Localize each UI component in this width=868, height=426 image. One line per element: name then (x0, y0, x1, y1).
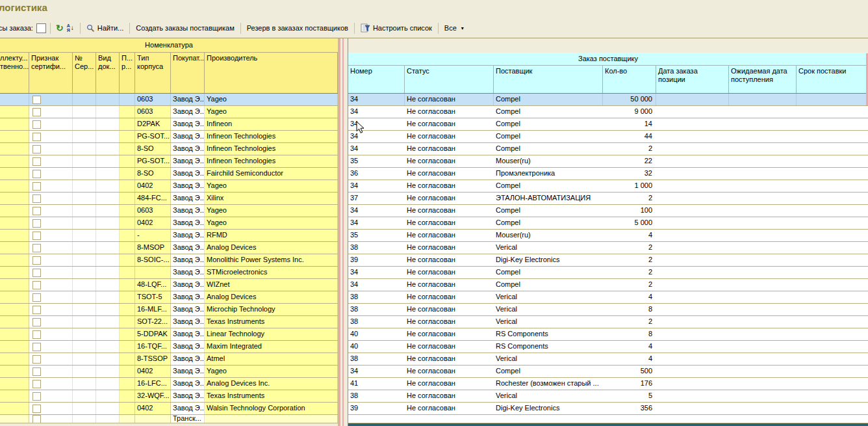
cell-cert-checkbox[interactable] (29, 168, 73, 180)
cell-cert-checkbox[interactable] (29, 390, 73, 402)
table-row-right[interactable]: 34Не согласованCompel44 (348, 131, 868, 143)
cell-cert-checkbox[interactable] (29, 316, 73, 328)
cert-checkbox[interactable] (32, 207, 41, 215)
table-row-right[interactable]: 38Не согласованVerical2 (348, 242, 868, 254)
cert-checkbox[interactable] (32, 157, 41, 166)
table-row-right[interactable]: 41Не согласованRochester (возможен стары… (348, 378, 868, 390)
cert-checkbox[interactable] (32, 219, 41, 228)
reserve-button[interactable]: Резерв в заказах поставщиков (245, 23, 350, 33)
find-button[interactable]: Найти... (84, 23, 126, 33)
cell-cert-checkbox[interactable] (29, 254, 73, 266)
order-status-checkbox[interactable] (36, 23, 46, 33)
table-row-left[interactable]: -Завод Э...RFMD (0, 230, 338, 242)
table-row-right[interactable]: 38Не согласованVerical8 (348, 304, 868, 316)
column-header-doc-type[interactable]: Виддок... (96, 53, 120, 93)
table-row-left[interactable]: 8-SOЗавод Э...Fairchild Semiconductor (0, 168, 338, 180)
cert-checkbox[interactable] (32, 380, 41, 388)
create-orders-button[interactable]: Создать заказы поставщикам (134, 23, 236, 33)
cell-cert-checkbox[interactable] (29, 353, 73, 365)
column-header-serial[interactable]: №Сер... (73, 53, 96, 93)
cert-checkbox[interactable] (32, 108, 41, 116)
table-row-left[interactable]: 16-LFC...Завод Э...Analog Devices Inc. (0, 378, 338, 390)
column-header-buyer[interactable]: Покупат... (171, 53, 205, 93)
cert-checkbox[interactable] (32, 256, 41, 265)
cell-cert-checkbox[interactable] (29, 279, 73, 291)
table-row-right[interactable]: 40Не согласованRS Components4 (348, 341, 868, 353)
table-row-left[interactable]: Транск... (0, 415, 338, 423)
column-header-expected-date[interactable]: Ожидаемая датапоступления (729, 66, 797, 93)
table-row-left[interactable]: D2PAKЗавод Э...Infineon (0, 118, 338, 131)
table-row-right[interactable]: 34Не согласованCompel14 (348, 118, 868, 131)
table-row-left[interactable]: 484-FC...Завод Э...Xilinx (0, 193, 338, 205)
column-header-manufacturer[interactable]: Производитель (205, 53, 338, 93)
column-header-package[interactable]: Типкорпуса (135, 53, 171, 93)
table-row-left[interactable]: 5-DDPAKЗавод Э...Linear Technology (0, 328, 338, 341)
table-row-left[interactable]: 16-TQF...Завод Э...Maxim Integrated (0, 341, 338, 353)
table-row-right[interactable]: 34Не согласованCompel9 000 (348, 106, 868, 118)
table-row-right[interactable]: 39Не согласованDigi-Key Electronics2 (348, 254, 868, 267)
cell-cert-checkbox[interactable] (29, 94, 73, 105)
cell-cert-checkbox[interactable] (29, 328, 73, 340)
table-row-right[interactable]: 34Не согласованCompel50 000 (348, 94, 868, 106)
cell-cert-checkbox[interactable] (29, 230, 73, 241)
table-row-right[interactable]: 36Не согласованПромэлектроника32 (348, 168, 868, 180)
column-header-cert-flag[interactable]: Признаксертифи... (29, 53, 73, 93)
table-row-left[interactable]: 8-SOЗавод Э...Infineon Technologies (0, 143, 338, 155)
column-header-qty[interactable]: Кол-во (603, 66, 656, 93)
cell-cert-checkbox[interactable] (29, 341, 73, 353)
table-row-left[interactable]: SOT-22...Завод Э...Texas Instruments (0, 316, 338, 328)
table-row-right[interactable]: 38Не согласованVerical4 (348, 353, 868, 366)
table-row-left[interactable]: PG-SOT...Завод Э...Infineon Technologies (0, 155, 338, 168)
cert-checkbox[interactable] (32, 96, 41, 104)
table-row-left[interactable]: PG-SOT...Завод Э...Infineon Technologies (0, 131, 338, 143)
cell-cert-checkbox[interactable] (29, 403, 73, 414)
cert-checkbox[interactable] (32, 405, 41, 413)
table-row-left[interactable]: 0603Завод Э...Yageo (0, 94, 338, 106)
table-row-left[interactable]: 0402Завод Э...Yageo (0, 180, 338, 193)
column-header-completeness[interactable]: ллекту...твенно... (0, 53, 29, 93)
table-row-right[interactable]: 39Не согласованDigi-Key Electronics356 (348, 403, 868, 415)
column-header-supplier[interactable]: Поставщик (494, 66, 603, 93)
table-row-left[interactable]: Завод Э...STMicroelectronics (0, 267, 338, 279)
sort-icon[interactable]: АЯ ↓ (67, 23, 74, 33)
table-row-left[interactable]: 8-TSSOPЗавод Э...Atmel (0, 353, 338, 366)
cell-cert-checkbox[interactable] (29, 106, 73, 118)
table-row-right[interactable]: 34Не согласованCompel100 (348, 205, 868, 217)
cert-checkbox[interactable] (32, 145, 41, 153)
cell-cert-checkbox[interactable] (29, 155, 73, 167)
table-row-right[interactable]: 34Не согласованCompel2 (348, 143, 868, 155)
table-row-right[interactable]: 34Не согласованCompel2 (348, 279, 868, 291)
cert-checkbox[interactable] (32, 244, 41, 252)
configure-list-button[interactable]: Настроить список (359, 23, 434, 33)
cell-cert-checkbox[interactable] (29, 415, 73, 423)
table-row-left[interactable]: TSOT-5Завод Э...Analog Devices (0, 291, 338, 304)
horizontal-scrollbar[interactable] (348, 423, 868, 426)
column-header-order-date[interactable]: Дата заказапозиции (656, 66, 729, 93)
cell-cert-checkbox[interactable] (29, 267, 73, 278)
cert-checkbox[interactable] (32, 415, 41, 423)
table-row-left[interactable]: 0402Завод Э...Yageo (0, 366, 338, 378)
group-header-supplier-order[interactable]: Заказ поставщику (348, 53, 868, 66)
cert-checkbox[interactable] (32, 318, 41, 326)
cert-checkbox[interactable] (32, 306, 41, 314)
column-header-p[interactable]: П...р... (120, 53, 135, 93)
cert-checkbox[interactable] (32, 355, 41, 364)
table-row-left[interactable]: 0402Завод Э...Walsin Technology Corporat… (0, 403, 338, 415)
table-row-left[interactable]: 16-MLF...Завод Э...Microchip Technology (0, 304, 338, 316)
cert-checkbox[interactable] (32, 170, 41, 178)
cell-cert-checkbox[interactable] (29, 131, 73, 142)
table-row-right[interactable]: 38Не согласованVerical4 (348, 291, 868, 304)
group-header-nomenclature[interactable]: Номенклатура (0, 38, 338, 53)
cell-cert-checkbox[interactable] (29, 143, 73, 155)
table-row-right[interactable]: 34Не согласованCompel2 (348, 267, 868, 279)
cert-checkbox[interactable] (32, 343, 41, 351)
table-row-right[interactable] (348, 415, 868, 423)
cert-checkbox[interactable] (32, 330, 41, 339)
table-row-right[interactable]: 38Не согласованVerical5 (348, 390, 868, 403)
column-header-status[interactable]: Статус (405, 66, 494, 93)
cert-checkbox[interactable] (32, 120, 41, 129)
table-row-left[interactable]: 0603Завод Э...Yageo (0, 205, 338, 217)
table-row-right[interactable]: 35Не согласованMouser(ru)4 (348, 230, 868, 242)
table-row-right[interactable]: 34Не согласованCompel1 000 (348, 180, 868, 193)
cert-checkbox[interactable] (32, 269, 41, 277)
